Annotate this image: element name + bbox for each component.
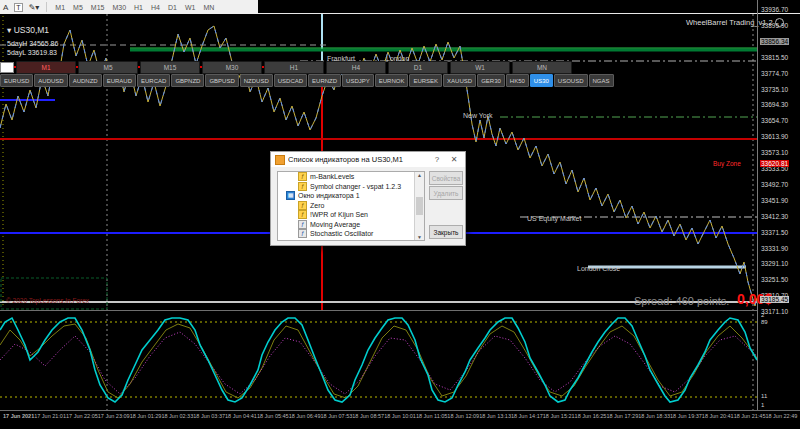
symbol-tab-usdjpy[interactable]: USDJPY: [342, 74, 374, 87]
price-axis-label: 33654.70: [761, 117, 788, 124]
price-axis-label: 33492.70: [761, 181, 788, 188]
scroll-up-icon[interactable]: ▲: [417, 172, 422, 178]
indicator-function-icon: ƒ: [298, 229, 307, 238]
timeframe-tab-m5[interactable]: M5: [78, 61, 138, 74]
indicator-list-item[interactable]: ƒ!WPR of Kijun Sen: [278, 210, 424, 220]
time-axis-label: 18 Jun 20:41: [702, 413, 734, 419]
indicator-item-label: Moving Average: [310, 221, 360, 228]
symbol-tab-eurusd[interactable]: EURUSD: [0, 74, 33, 87]
indicator-item-label: Окно индикатора 1: [298, 192, 360, 199]
price-axis-label: 33331.90: [761, 245, 788, 252]
dialog-title: Список индикаторов на US30,M1: [288, 155, 427, 164]
symbol-tab-gbpnzd[interactable]: GBPNZD: [171, 74, 204, 87]
indicator-item-label: Stochastic Oscillator: [310, 230, 373, 237]
symbol-tab-audusd[interactable]: AUDUSD: [34, 74, 67, 87]
list-scrollbar[interactable]: ▲ ▼: [414, 172, 424, 240]
symbol-tab-eurcad[interactable]: EURCAD: [137, 74, 170, 87]
price-axis-label: 33451.90: [761, 197, 788, 204]
time-axis[interactable]: 17 Jun 202117 Jun 21:0117 Jun 22:0517 Ju…: [0, 413, 798, 419]
time-axis-label: 18 Jun 15:21: [543, 413, 575, 419]
properties-button: Свойства: [429, 171, 463, 185]
chart-symbol-label[interactable]: ▾ US30,M1: [7, 25, 49, 35]
time-axis-label: 18 Jun 02:33: [161, 413, 193, 419]
toolbar-divider: [46, 2, 47, 12]
toolbar-timeframe-h1[interactable]: H1: [134, 4, 143, 11]
time-axis-label: 17 Jun 21:01: [34, 413, 66, 419]
symbol-tab-eursek[interactable]: EURSEK: [409, 74, 442, 87]
toolbar-timeframe-mn[interactable]: MN: [203, 4, 214, 11]
time-axis-label: 18 Jun 03:37: [193, 413, 225, 419]
time-axis-label: 18 Jun 05:45: [257, 413, 289, 419]
time-axis-label: 18 Jun 19:37: [670, 413, 702, 419]
five-day-low-label: 5dayL 33619.83: [7, 49, 57, 56]
symbol-tab-euraud[interactable]: EURAUD: [103, 74, 136, 87]
price-axis[interactable]: 33936.7033895.9033856.3433815.5033774.70…: [758, 0, 800, 411]
text-tool-icon[interactable]: A: [3, 3, 8, 12]
timeframe-tab-d1[interactable]: D1: [388, 61, 448, 74]
close-button[interactable]: Закрыть: [429, 225, 463, 239]
symbol-tab-usdcad[interactable]: USDCAD: [274, 74, 307, 87]
scroll-thumb[interactable]: [416, 197, 423, 215]
dialog-icon: [275, 155, 285, 165]
time-axis-label: 18 Jun 06:49: [289, 413, 321, 419]
toolbar-timeframe-m1[interactable]: M1: [55, 4, 65, 11]
label-tool-icon[interactable]: T: [14, 3, 22, 12]
scroll-down-icon[interactable]: ▼: [417, 234, 422, 240]
symbol-tab-eurnok[interactable]: EURNOK: [375, 74, 409, 87]
toolbar-timeframe-w1[interactable]: W1: [185, 4, 196, 11]
indicator-list-item[interactable]: ▦Окно индикатора 1: [278, 191, 424, 201]
symbol-tab-hk50[interactable]: HK50: [506, 74, 529, 87]
symbol-tab-audnzd[interactable]: AUDNZD: [69, 74, 102, 87]
timeframe-tab-m15[interactable]: M15: [140, 61, 200, 74]
symbol-tab-gbpusd[interactable]: GBPUSD: [205, 74, 238, 87]
symbol-button-bar: EURUSDAUDUSDAUDNZDEURAUDEURCADGBPNZDGBPU…: [0, 75, 614, 86]
price-axis-label: 33371.50: [761, 229, 788, 236]
price-axis-label: 33735.10: [761, 86, 788, 93]
dialog-title-bar[interactable]: Список индикаторов на US30,M1 ? ✕: [271, 152, 465, 167]
oscillator-cyan-line: [0, 318, 757, 402]
toolbar-timeframe-m30[interactable]: M30: [112, 4, 126, 11]
indicator-list-item[interactable]: ƒSymbol changer - vspat 1.2.3: [278, 182, 424, 192]
five-day-high-label: 5dayH 34565.86: [7, 40, 58, 47]
toolbar-timeframe-m15[interactable]: M15: [91, 4, 105, 11]
toolbar-timeframe-h4[interactable]: H4: [151, 4, 160, 11]
oscillator-scale-label: 11: [761, 393, 767, 399]
toolbar-timeframe-d1[interactable]: D1: [168, 4, 177, 11]
indicator-list-item[interactable]: ƒMoving Average: [278, 220, 424, 230]
price-axis-label: 33251.50: [761, 276, 788, 283]
indicator-list-item[interactable]: ƒStochastic Oscillator: [278, 229, 424, 239]
copyright-label: © 2020 TopLessons.In.Forex: [6, 297, 89, 304]
help-button[interactable]: ?: [430, 155, 444, 164]
symbol-tab-ger30[interactable]: GER30: [477, 74, 505, 87]
indicator-item-label: Symbol changer - vspat 1.2.3: [310, 183, 401, 190]
indicator-list[interactable]: ƒm-BankLevelsƒSymbol changer - vspat 1.2…: [277, 171, 425, 241]
close-icon[interactable]: ✕: [447, 155, 461, 164]
indicator-window-separator[interactable]: [0, 310, 757, 311]
indicators-list-dialog: Список индикаторов на US30,M1 ? ✕ ƒm-Ban…: [270, 151, 466, 246]
timeframe-tab-w1[interactable]: W1: [450, 61, 510, 74]
timeframe-tab-h4[interactable]: H4: [326, 61, 386, 74]
timeframe-tab-mn[interactable]: MN: [512, 61, 572, 74]
time-axis-label: 18 Jun 10:01: [384, 413, 416, 419]
time-axis-separator: [0, 410, 800, 411]
timeframe-tab-h1[interactable]: H1: [264, 61, 324, 74]
timeframe-tab-m30[interactable]: M30: [202, 61, 262, 74]
symbol-tab-xauusd[interactable]: XAUUSD: [443, 74, 476, 87]
time-axis-label: 18 Jun 17:29: [606, 413, 638, 419]
price-axis-label: 33694.30: [761, 101, 788, 108]
symbol-tab-usousd[interactable]: USOUSD: [554, 74, 588, 87]
blank-swatch[interactable]: [0, 62, 14, 73]
symbol-tab-us30[interactable]: US30: [530, 74, 553, 87]
indicator-window-icon: ▦: [286, 191, 295, 200]
indicator-list-item[interactable]: ƒm-BankLevels: [278, 172, 424, 182]
buy-zone-price-box: 33620.81: [760, 160, 789, 167]
symbol-tab-ngas[interactable]: NGAS: [589, 74, 614, 87]
draw-tool-icon[interactable]: ✎▾: [29, 3, 40, 12]
timeframe-tab-m1[interactable]: M1: [16, 61, 76, 74]
symbol-tab-eurnzd[interactable]: EURNZD: [308, 74, 341, 87]
toolbar-timeframe-m5[interactable]: M5: [73, 4, 83, 11]
indicator-item-label: m-BankLevels: [310, 173, 354, 180]
indicator-list-item[interactable]: ƒZero: [278, 201, 424, 211]
indicator-function-icon: ƒ: [298, 182, 307, 191]
symbol-tab-nzdusd[interactable]: NZDUSD: [240, 74, 273, 87]
